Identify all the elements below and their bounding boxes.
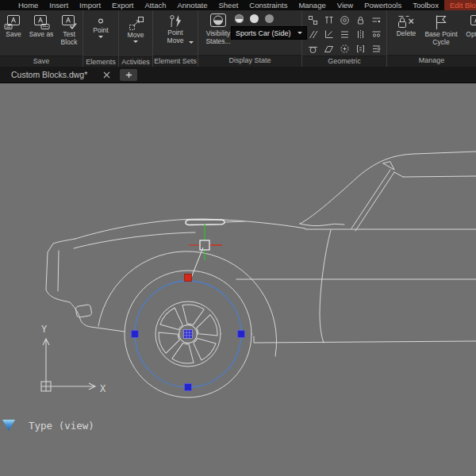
menu-sheet[interactable]: Sheet [213, 0, 244, 10]
fix-constraint-icon[interactable] [353, 13, 368, 27]
geometric-panel-label: Geometric [302, 56, 386, 67]
smooth-constraint-icon[interactable] [321, 41, 336, 56]
delete-button[interactable]: Delete [392, 14, 420, 37]
menu-edit-block-active[interactable]: Edit Block [444, 0, 476, 10]
ucs-icon: X Y [41, 324, 106, 394]
grip-right[interactable] [238, 331, 245, 338]
test-block-button-label: Test Block [56, 30, 83, 46]
save-block-icon [4, 14, 23, 30]
grip-left[interactable] [132, 331, 139, 338]
save-panel-label: Save [0, 56, 83, 67]
ribbon-panel-activities: Move Activities [119, 10, 153, 67]
command-prompt-text: Type (view) [29, 420, 94, 432]
point-move-icon [166, 14, 185, 29]
ribbon-panel-geometric: Geometric [302, 10, 387, 67]
ribbon-panel-display-state: Visibility States... Sports Car (Side) D… [198, 10, 302, 67]
move-activity-button[interactable]: Move [128, 16, 144, 56]
menu-home[interactable]: Home [13, 0, 44, 10]
state-visible-icon[interactable] [250, 14, 259, 23]
center-constraint-icon[interactable] [337, 41, 352, 56]
dropdown-arrow-icon[interactable] [133, 40, 138, 43]
tangent-constraint-icon[interactable] [305, 41, 321, 56]
equal-constraint-icon[interactable] [353, 41, 368, 56]
prompt-triangle-icon [2, 420, 15, 431]
align-constraint-icon[interactable] [369, 27, 384, 41]
menu-constraints[interactable]: Constraints [244, 0, 293, 10]
dimension-constraint-icon[interactable] [369, 41, 384, 56]
grip-bottom[interactable] [185, 384, 192, 391]
options-button[interactable]: Options [462, 14, 476, 38]
save-as-block-icon [32, 14, 51, 30]
parallel-constraint-icon[interactable] [305, 27, 321, 41]
base-point-cycle-button[interactable]: Base Point Cycle [422, 14, 460, 46]
save-as-button-label: Save as [29, 30, 54, 38]
move-button-label: Move [128, 31, 144, 39]
crosshair-cursor [189, 224, 222, 260]
visibility-states-icon [208, 13, 228, 29]
save-button-label: Save [6, 30, 21, 38]
point-button-label: Point [93, 26, 108, 34]
close-icon [103, 71, 110, 79]
test-block-button[interactable]: Test Block [56, 14, 83, 56]
menu-annotate[interactable]: Annotate [171, 0, 213, 10]
new-tab-button[interactable] [120, 69, 137, 81]
point-move-button-label: Point Move [161, 29, 190, 44]
collinear-constraint-icon[interactable] [369, 13, 384, 27]
ribbon-panel-element-sets: Point Move Element Sets [153, 10, 198, 67]
save-button[interactable]: Save [0, 14, 27, 56]
state-half-visible-icon[interactable] [235, 14, 244, 23]
visibility-state-indicators [235, 14, 274, 23]
tab-close-button[interactable] [103, 71, 110, 79]
concentric-constraint-icon[interactable] [337, 13, 352, 27]
delete-button-label: Delete [397, 29, 416, 37]
document-tab[interactable]: Custom Blocks.dwg* [11, 70, 110, 79]
document-tab-title: Custom Blocks.dwg* [11, 70, 87, 79]
drawing-canvas[interactable]: X Y Type (view) [0, 83, 476, 476]
menu-insert[interactable]: Insert [44, 0, 74, 10]
coincident-constraint-icon[interactable] [305, 13, 321, 27]
equal-distance-constraint-icon[interactable] [337, 27, 352, 41]
car-body-drawing[interactable] [46, 152, 476, 397]
dropdown-arrow-icon[interactable] [189, 41, 194, 44]
ucs-y-axis-label: Y [41, 324, 48, 335]
options-button-label: Options [466, 30, 476, 38]
grip-top-hot[interactable] [185, 274, 192, 282]
point-move-button[interactable]: Point Move [161, 14, 190, 56]
state-hidden-icon[interactable] [265, 14, 274, 23]
flag-icon [432, 14, 450, 30]
perpendicular-constraint-icon[interactable] [321, 27, 336, 41]
manage-panel-label: Manage [387, 55, 476, 67]
menu-toolbox[interactable]: Toolbox [407, 0, 444, 10]
visibility-state-dropdown-value: Sports Car (Side) [236, 29, 291, 37]
bricscad-block-editor-window: Home Insert Import Export Attach Annotat… [0, 0, 476, 476]
visibility-state-dropdown[interactable]: Sports Car (Side) [231, 26, 307, 40]
horizontal-constraint-icon[interactable] [321, 13, 336, 27]
point-icon [93, 16, 109, 26]
menu-attach[interactable]: Attach [140, 0, 172, 10]
ribbon: Save Save as [0, 10, 476, 67]
grip-center-insertion[interactable] [184, 330, 193, 339]
base-point-cycle-label: Base Point Cycle [423, 30, 459, 46]
ribbon-panel-manage: Delete Base Point Cycle [387, 10, 476, 67]
point-element-button[interactable]: Point [93, 16, 109, 56]
move-icon [128, 16, 144, 31]
ribbon-panel-save: Save Save as [0, 10, 83, 67]
menu-view[interactable]: View [332, 0, 359, 10]
pickbox [200, 240, 209, 250]
options-gear-icon [468, 14, 476, 30]
ucs-x-axis-label: X [100, 383, 106, 394]
test-block-icon [60, 14, 79, 30]
ribbon-panel-elements: Point Elements [83, 10, 119, 67]
activities-panel-label: Activities [119, 56, 152, 67]
menu-powertools[interactable]: Powertools [359, 0, 407, 10]
menu-export[interactable]: Export [106, 0, 139, 10]
command-prompt[interactable]: Type (view) [2, 420, 94, 432]
save-as-button[interactable]: Save as [28, 14, 55, 56]
menu-manage[interactable]: Manage [293, 0, 331, 10]
symmetric-constraint-icon[interactable] [353, 27, 368, 41]
menu-import[interactable]: Import [74, 0, 106, 10]
dropdown-arrow-icon[interactable] [98, 36, 103, 38]
delete-lock-icon [397, 14, 416, 29]
selection-grips [132, 274, 245, 391]
document-tab-bar: Custom Blocks.dwg* [0, 67, 476, 83]
